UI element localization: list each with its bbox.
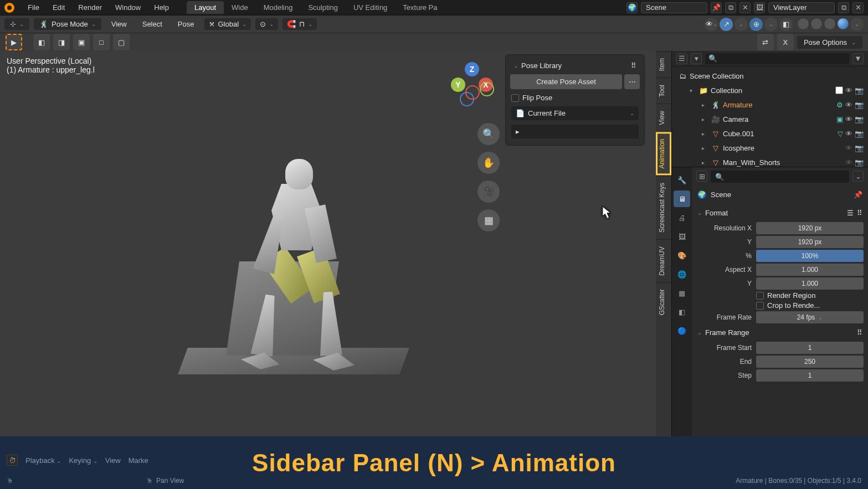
ptab-collection[interactable]: ▦ xyxy=(674,285,690,301)
snap-dropdown[interactable]: 🧲⊓⌄ xyxy=(283,18,317,30)
menu-window[interactable]: Window xyxy=(109,3,147,12)
camera-icon[interactable]: 📷 xyxy=(855,130,864,138)
eye-icon[interactable]: 👁 xyxy=(845,130,852,138)
shading-dropdown[interactable]: ⌄ xyxy=(850,18,864,31)
vtab-animation[interactable]: Animation xyxy=(656,132,671,175)
ws-tab-sculpting[interactable]: Sculpting xyxy=(300,1,345,14)
shading-matpreview[interactable] xyxy=(824,18,836,30)
shading-rendered[interactable] xyxy=(837,18,849,30)
ptab-scene[interactable]: 🎨 xyxy=(674,247,690,264)
ws-tab-modeling[interactable]: Modeling xyxy=(256,1,301,14)
editor-type-icon[interactable]: ⊹⌄ xyxy=(4,18,29,30)
tree-scene-collection[interactable]: 🗂 Scene Collection xyxy=(672,69,868,83)
outliner-type-icon[interactable]: ☰ xyxy=(676,53,687,64)
gizmo-toggle[interactable]: ↗ xyxy=(720,18,733,31)
camera-icon[interactable]: 📷 xyxy=(855,158,864,167)
tree-cube[interactable]: ▸▽ Cube.001 ▽👁📷 xyxy=(672,126,868,141)
menu-file[interactable]: File xyxy=(21,3,46,12)
drag-icon[interactable]: ⠿ xyxy=(857,328,862,337)
axis-neg-x[interactable] xyxy=(465,85,480,100)
axis-neg-y[interactable] xyxy=(480,82,494,96)
select-box-tool[interactable]: ▶ xyxy=(6,34,22,50)
props-options-icon[interactable]: ⌄ xyxy=(852,171,864,182)
camera-data-icon[interactable]: ▣ xyxy=(836,115,843,123)
ptab-tool[interactable]: 🔧 xyxy=(674,172,690,188)
navigation-gizmo[interactable]: Z Y X xyxy=(450,62,494,106)
resolution-x-field[interactable]: 1920 px xyxy=(756,222,864,234)
ptab-world[interactable]: 🌐 xyxy=(674,266,690,282)
timeline-view[interactable]: View xyxy=(105,456,121,465)
ws-tab-texture[interactable]: Texture Pa xyxy=(395,1,445,14)
frame-rate-dropdown[interactable]: 24 fps⌄ xyxy=(756,311,864,323)
asset-play-button[interactable]: ▸ xyxy=(511,125,639,138)
create-pose-asset-button[interactable]: Create Pose Asset xyxy=(510,74,622,89)
vtab-view[interactable]: View xyxy=(656,104,671,132)
tree-collection[interactable]: ▾📁 Collection 👁📷 xyxy=(672,83,868,97)
visibility-dropdown[interactable]: 👁⌄ xyxy=(705,18,718,31)
vtab-item[interactable]: Item xyxy=(656,51,671,78)
pose-options-dropdown[interactable]: Pose Options⌄ xyxy=(797,36,862,49)
vtab-dreamuv[interactable]: DreamUV xyxy=(656,239,671,282)
vtab-gscatter[interactable]: GScatter xyxy=(656,282,671,322)
flip-pose-checkbox[interactable] xyxy=(511,94,519,102)
axis-y[interactable]: Y xyxy=(451,78,465,92)
viewlayer-field[interactable]: ViewLayer xyxy=(768,2,835,13)
transform-orientation[interactable]: ⤧ Global ⌄ xyxy=(204,18,251,30)
camera-icon[interactable]: 📷 xyxy=(855,115,864,123)
vtab-screencast[interactable]: Screencast Keys xyxy=(656,176,671,239)
viewlayer-new-icon[interactable]: ⧉ xyxy=(838,2,849,13)
pose-library-header[interactable]: ⌄Pose Library⠿ xyxy=(510,59,640,72)
menu-help[interactable]: Help xyxy=(147,3,176,12)
ws-tab-wide[interactable]: Wide xyxy=(224,1,256,14)
shading-solid[interactable] xyxy=(810,18,823,30)
select-mode-2[interactable]: ◨ xyxy=(53,34,70,50)
viewport-menu-select[interactable]: Select xyxy=(137,20,168,28)
camera-icon[interactable]: 📷 xyxy=(855,144,864,152)
render-region-checkbox[interactable] xyxy=(756,292,764,300)
pin-icon[interactable]: 📌 xyxy=(854,191,862,199)
frame-end-field[interactable]: 250 xyxy=(756,356,864,368)
perspective-icon[interactable]: ▦ xyxy=(477,209,500,231)
ptab-object[interactable]: ◧ xyxy=(674,303,690,320)
tree-armature[interactable]: ▸🕺 Armature ⚙👁📷 xyxy=(672,97,868,112)
select-mode-4[interactable]: □ xyxy=(93,34,110,50)
tree-camera[interactable]: ▸🎥 Camera ▣👁📷 xyxy=(672,112,868,126)
overlay-dropdown[interactable]: ⌄ xyxy=(764,18,778,31)
menu-render[interactable]: Render xyxy=(71,3,109,12)
pose-data-icon[interactable]: ⚙ xyxy=(836,101,843,109)
ptab-modifier[interactable]: 🔵 xyxy=(674,322,690,339)
timeline-marker[interactable]: Marke xyxy=(129,456,148,465)
mesh-data-icon[interactable]: ▽ xyxy=(838,130,843,138)
scene-name-field[interactable]: Scene xyxy=(641,2,707,13)
ws-tab-uv[interactable]: UV Editing xyxy=(346,1,395,14)
timeline-playback[interactable]: Playback ⌄ xyxy=(25,456,61,465)
timeline-keying[interactable]: Keying ⌄ xyxy=(69,456,97,465)
eye-icon[interactable]: 👁 xyxy=(845,115,852,123)
format-panel-header[interactable]: ⌄Format ☰ ⠿ xyxy=(696,205,864,220)
scene-delete-icon[interactable]: ✕ xyxy=(739,2,751,13)
drag-icon[interactable]: ⠿ xyxy=(857,209,862,217)
select-mode-1[interactable]: ◧ xyxy=(33,34,50,50)
scene-new-icon[interactable]: ⧉ xyxy=(725,2,736,13)
vtab-tool[interactable]: Tool xyxy=(656,78,671,104)
posed-armature-figure[interactable] xyxy=(194,151,393,383)
scene-browse-icon[interactable]: 🌍 xyxy=(626,2,638,13)
camera-icon[interactable]: 📷 xyxy=(855,86,864,95)
viewlayer-icon[interactable]: 🖼 xyxy=(754,2,765,13)
aspect-x-field[interactable]: 1.000 xyxy=(756,264,864,276)
outliner-filter-icon[interactable]: ▼ xyxy=(852,53,864,64)
aspect-y-field[interactable]: 1.000 xyxy=(756,277,864,290)
eye-icon[interactable]: 👁 xyxy=(845,86,852,95)
tree-icosphere[interactable]: ▸▽ Icosphere 👁📷 xyxy=(672,141,868,155)
pose-asset-options-icon[interactable]: ⋯ xyxy=(624,74,640,89)
select-mode-5[interactable]: ▢ xyxy=(113,34,130,50)
xray-toggle[interactable]: ◧ xyxy=(779,18,793,31)
ws-tab-layout[interactable]: Layout xyxy=(187,1,224,14)
shading-wireframe[interactable] xyxy=(797,18,809,30)
eye-icon[interactable]: 👁 xyxy=(845,101,852,109)
pivot-dropdown[interactable]: ⊙⌄ xyxy=(255,18,278,30)
select-mode-3[interactable]: ▣ xyxy=(73,34,90,50)
axis-z[interactable]: Z xyxy=(465,62,479,76)
zoom-icon[interactable]: 🔍 xyxy=(477,123,500,145)
camera-view-icon[interactable]: 🎥 xyxy=(477,181,500,203)
